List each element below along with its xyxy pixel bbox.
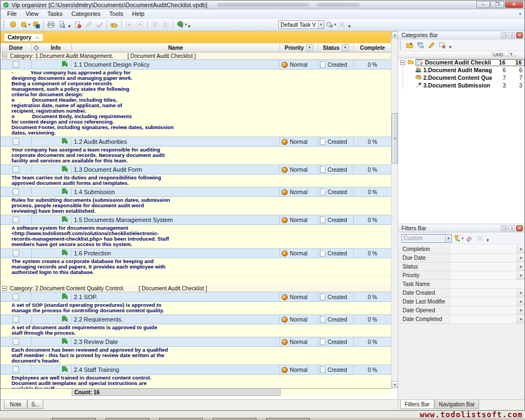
filter-preset-combo[interactable]: Custom ▾	[401, 234, 452, 243]
tab-navigationbar[interactable]: Navigation Bar	[435, 400, 480, 409]
filter-value-field[interactable]	[450, 280, 524, 288]
close-button[interactable]: ✕	[505, 1, 523, 8]
clear-filter-icon[interactable]	[475, 233, 486, 243]
menu-item-tasks[interactable]: Tasks	[43, 10, 67, 18]
panel-close-icon[interactable]: ✕	[516, 225, 523, 231]
filter-dropdown-icon[interactable]: ▾	[517, 271, 524, 279]
new-database-icon[interactable]	[8, 20, 19, 30]
task-view-combo-arrow-icon[interactable]: ▾	[318, 21, 324, 28]
status-filter-dropdown-icon[interactable]: ▾	[342, 44, 349, 51]
filters-toolbar-overflow-icon[interactable]: ▾	[487, 237, 489, 243]
column-header-undone[interactable]: UnD...	[492, 51, 508, 58]
vertical-scrollbar[interactable]: ▲ ▼	[391, 31, 398, 388]
task-done-checkbox[interactable]	[13, 339, 19, 345]
column-header-info[interactable]: Info	[40, 43, 72, 52]
bookmark-icon[interactable]	[175, 20, 186, 30]
column-header-name[interactable]: Name	[72, 43, 280, 52]
column-header-priority[interactable]: Priority▾	[280, 43, 318, 52]
task-row[interactable]: 2.4 Staff TrainingNormalCreated0 %	[1, 365, 391, 375]
new-task-icon[interactable]	[72, 20, 83, 30]
filter-dropdown-icon[interactable]: ▾	[517, 298, 524, 306]
column-header-complete[interactable]: Complete	[354, 43, 391, 52]
toolbar-overflow-icon[interactable]: ▾	[188, 24, 191, 29]
task-row[interactable]: 1.5 Documents Management SystemNormalCre…	[1, 215, 391, 225]
toolbar-overflow-icon[interactable]: ▾	[348, 24, 351, 29]
task-done-checkbox[interactable]	[13, 294, 19, 300]
edit-task-icon[interactable]	[83, 20, 94, 30]
filter-value-field[interactable]	[450, 306, 517, 314]
clear-view-icon[interactable]	[336, 20, 347, 30]
open-database-icon-dropdown[interactable]: ▾	[28, 22, 31, 27]
panel-pin-icon[interactable]: ⊼	[509, 225, 515, 231]
task-notes-icon[interactable]	[109, 20, 120, 30]
move-top-icon[interactable]	[160, 20, 171, 30]
column-header-priority-flag[interactable]	[32, 43, 40, 52]
new-subcategory-icon[interactable]	[415, 40, 426, 50]
filter-value-field[interactable]	[450, 315, 517, 323]
filter-dropdown-icon[interactable]: ▾	[517, 289, 524, 297]
task-view-combo[interactable]: Default Task V ▾	[278, 20, 324, 29]
save-database-icon[interactable]	[31, 20, 42, 30]
categories-toolbar-grip[interactable]	[400, 41, 402, 50]
scroll-down-icon[interactable]: ▼	[392, 381, 398, 388]
tab-s[interactable]: S...	[27, 400, 43, 409]
filter-value-field[interactable]	[450, 289, 517, 297]
collapse-expander-icon[interactable]	[2, 54, 7, 59]
menu-item-file[interactable]: File	[3, 10, 21, 18]
toolbar-grip[interactable]	[3, 20, 5, 29]
panel-restore-icon[interactable]: ❐	[501, 225, 508, 231]
filter-dropdown-icon[interactable]: ▾	[517, 306, 524, 314]
tab-filtersbar[interactable]: Filters Bar	[400, 400, 434, 409]
tab-note[interactable]: Note	[4, 400, 27, 409]
complete-task-icon[interactable]	[94, 20, 105, 30]
task-done-checkbox[interactable]	[13, 189, 19, 195]
taskbar-window-button[interactable]	[159, 418, 203, 420]
filter-dropdown-icon[interactable]: ▾	[517, 254, 524, 262]
move-bottom-icon[interactable]	[149, 20, 160, 30]
column-header-total[interactable]: T...	[508, 51, 524, 58]
panel-close-icon[interactable]: ✕	[516, 32, 523, 38]
category-tree-item[interactable]: 2.Document Content Quality C77	[398, 74, 524, 81]
print-preview-icon[interactable]	[56, 20, 67, 30]
move-down-icon[interactable]	[124, 20, 135, 30]
menu-item-help[interactable]: Help	[127, 10, 149, 18]
maximize-button[interactable]: ❐	[491, 1, 504, 8]
taskbar-window-button[interactable]	[52, 418, 96, 420]
filter-dropdown-icon[interactable]: ▾	[517, 262, 524, 271]
task-done-checkbox[interactable]	[13, 316, 19, 323]
open-database-icon[interactable]	[19, 20, 30, 30]
task-row[interactable]: 1.1 Document Design PolicyNormalCreated0…	[1, 60, 391, 69]
move-up-icon[interactable]	[135, 20, 145, 30]
priority-filter-dropdown-icon[interactable]: ▾	[306, 44, 313, 51]
collapse-expander-icon[interactable]	[2, 286, 7, 291]
task-row[interactable]: 2.2 Requirements.NormalCreated0 %	[1, 314, 391, 324]
group-by-category-chip[interactable]: Category	[4, 33, 43, 42]
edit-category-icon[interactable]	[426, 40, 437, 50]
filter-preset-arrow-icon[interactable]: ▾	[445, 235, 451, 242]
menu-item-view[interactable]: View	[21, 10, 43, 18]
task-row[interactable]: 1.6 ProtectionNormalCreated0 %	[1, 248, 391, 258]
task-row[interactable]: 1.2 Audit AuthoritiesNormalCreated0 %	[1, 137, 391, 147]
menu-item-tools[interactable]: Tools	[105, 10, 128, 18]
filter-value-field[interactable]	[450, 271, 517, 279]
task-row[interactable]: 2.1 SOP.NormalCreated0 %	[1, 292, 391, 302]
filter-dropdown-icon[interactable]: ▾	[517, 315, 524, 323]
filter-dropdown-icon[interactable]: ▾	[517, 245, 524, 253]
menu-item-categories[interactable]: Categories	[67, 10, 105, 18]
task-done-checkbox[interactable]	[13, 366, 19, 373]
task-row[interactable]: 1.4 SubmissionNormalCreated0 %	[1, 187, 391, 197]
column-header-done[interactable]: Done	[1, 43, 32, 52]
apply-view-icon[interactable]	[324, 20, 335, 30]
bookmark-icon-dropdown[interactable]: ▾	[185, 22, 187, 27]
new-category-icon[interactable]	[404, 40, 415, 50]
task-done-checkbox[interactable]	[13, 61, 19, 68]
category-tree-item[interactable]: 3.Document Submission Audit.33	[398, 81, 524, 89]
taskbar-window-button[interactable]	[266, 418, 310, 420]
categories-toolbar-overflow-icon[interactable]: ▾	[449, 44, 452, 50]
column-header-status[interactable]: Status▾	[318, 43, 354, 52]
filter-value-field[interactable]	[450, 245, 517, 253]
apply-filter-icon[interactable]	[452, 233, 463, 243]
task-done-checkbox[interactable]	[13, 166, 19, 173]
task-done-checkbox[interactable]	[13, 250, 19, 256]
delete-category-icon[interactable]	[437, 40, 448, 50]
